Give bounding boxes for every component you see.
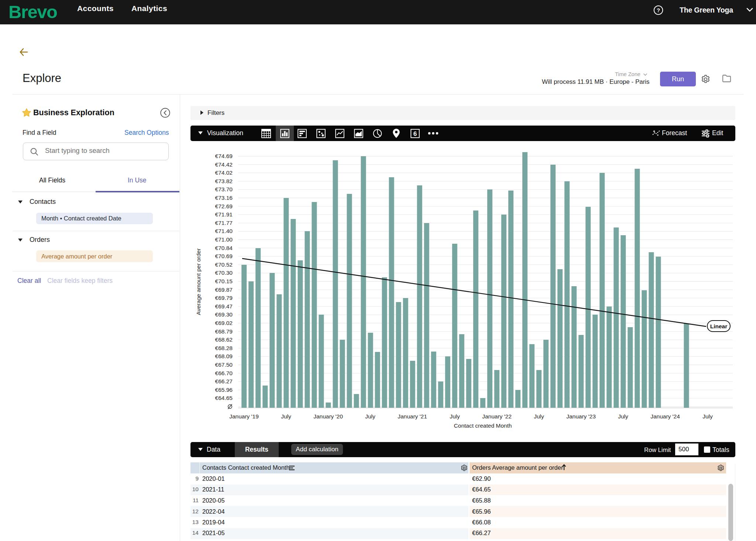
svg-text:€65.96: €65.96 [215,387,233,393]
svg-text:€73.16: €73.16 [215,195,233,201]
svg-text:€70.52: €70.52 [215,261,233,268]
svg-text:July: July [534,413,544,420]
svg-text:€72.69: €72.69 [215,203,233,209]
svg-text:January '19: January '19 [229,413,259,420]
svg-text:July: July [450,413,460,420]
svg-text:€71.77: €71.77 [215,220,233,226]
svg-text:January '24: January '24 [650,413,680,420]
svg-text:€68.28: €68.28 [215,345,233,351]
svg-text:January '21: January '21 [398,413,427,420]
svg-text:€70.15: €70.15 [215,278,233,284]
svg-text:€73.70: €73.70 [215,186,233,192]
svg-text:€69.79: €69.79 [215,295,233,301]
svg-text:€70.69: €70.69 [215,253,233,259]
svg-text:July: July [618,413,628,420]
svg-text:€70.30: €70.30 [215,270,233,276]
svg-text:€69.87: €69.87 [215,287,233,293]
svg-text:€70.84: €70.84 [215,245,233,251]
svg-text:Contact created Month: Contact created Month [454,422,512,429]
svg-text:6: 6 [413,130,417,137]
svg-text:€64.65: €64.65 [215,395,233,401]
svg-text:Linear: Linear [710,323,728,329]
svg-text:Brevo: Brevo [8,2,57,22]
svg-text:January '22: January '22 [482,413,512,420]
svg-text:€73.82: €73.82 [215,178,233,184]
svg-text:€74.42: €74.42 [215,161,233,168]
svg-text:€71.91: €71.91 [215,211,233,218]
svg-text:Average amount per order: Average amount per order [195,249,202,315]
svg-text:July: July [365,413,375,420]
svg-text:€67.50: €67.50 [215,362,233,368]
svg-text:January '20: January '20 [313,413,343,420]
svg-text:?: ? [657,7,660,13]
svg-text:€66.27: €66.27 [215,378,233,384]
svg-text:€68.09: €68.09 [215,353,233,359]
svg-text:July: July [281,413,291,420]
svg-text:€68.79: €68.79 [215,328,233,335]
svg-text:€74.02: €74.02 [215,170,233,176]
svg-text:€71.00: €71.00 [215,236,233,243]
svg-text:July: July [702,413,713,420]
svg-text:€69.02: €69.02 [215,320,233,326]
svg-text:€71.40: €71.40 [215,228,233,234]
svg-text:€74.69: €74.69 [215,153,233,159]
svg-text:€69.30: €69.30 [215,311,233,318]
svg-text:€66.70: €66.70 [215,370,233,376]
svg-text:€69.47: €69.47 [215,303,233,309]
svg-text:€68.62: €68.62 [215,336,233,343]
svg-text:January '23: January '23 [566,413,596,420]
